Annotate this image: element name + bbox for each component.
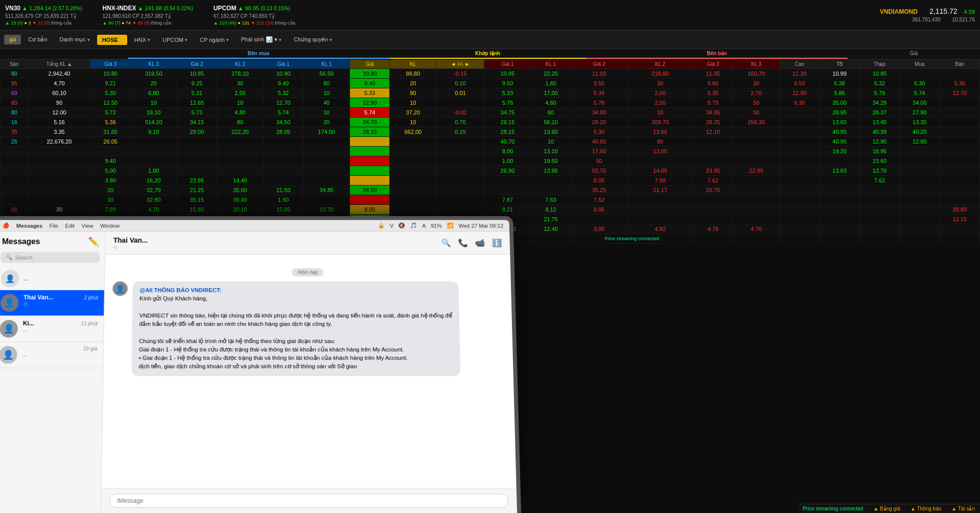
bubble-line1: @All THÔNG BÁO VNDIRECT:	[139, 286, 452, 294]
conversation-item-1[interactable]: 👤 Thai Van... 2 phút ◇	[0, 290, 104, 316]
chat-actions: 🔍 📞 📹 ℹ️	[441, 238, 502, 247]
gia-header: Giá	[848, 49, 980, 59]
th-thap: Thấp	[859, 60, 899, 69]
edit-menu[interactable]: Edit	[65, 223, 75, 228]
ticker-upcom: UPCOM ▲ 90.95 (0.13 0.15%) 67,182,627 CP…	[214, 4, 295, 26]
input-a-icon: A	[422, 223, 426, 228]
upcom-line3: ▲ 210 (46) ● 131 ▼ 121 (10) Đóng cửa	[214, 20, 295, 27]
vn30-arrow: ▲	[22, 5, 29, 11]
ben-ban-header: Bên bán	[586, 49, 848, 59]
call-icon[interactable]: 📞	[458, 238, 468, 247]
messages-menu[interactable]: Messages	[16, 223, 42, 228]
ticker-hnx: HNX-INDEX ▲ 241.68 (0.54 0.22%) 121,980,…	[102, 4, 193, 26]
table-row: 16 5.16 5.36 514,20 34.15 80 34.50 20 34…	[1, 118, 980, 127]
table-row: 10 32,80 35.15 39,40 1,60 7.87 7.63 7.52	[1, 195, 980, 205]
new-message-row[interactable]: 👤 ...	[0, 267, 105, 290]
macos-bar-left: 🍎 Messages File Edit View Window	[3, 222, 120, 228]
th-cao: Cao	[779, 60, 819, 69]
date-pill: Hôm nay	[292, 268, 324, 276]
bubble-line9: • Giai đoạn 1 - Hệ thống tra cứu được tr…	[139, 354, 453, 363]
th-change: ◄ +/- ►	[436, 60, 484, 69]
tai-san-status: ▲ Tài sản	[951, 506, 975, 511]
ben-mua-header: Bên mua	[128, 49, 389, 59]
nav-danh-muc-btn[interactable]: Danh mục	[55, 34, 95, 45]
table-row: 69 60,10 5.30 6,80 5.31 2,50 5.32 10 5.3…	[1, 88, 980, 98]
conv-time-1: 2 phút	[84, 295, 98, 300]
th-kl3-buy: KL 3	[130, 60, 177, 69]
table-row: 8,00 13.10 17,00 13.05 19.20 18.95	[1, 147, 980, 156]
th-kl1-buy: KL 1	[304, 60, 350, 69]
search-bar[interactable]: 🔍 Search	[1, 252, 100, 263]
vn30-label: VN30	[5, 5, 20, 12]
conversation-item-3[interactable]: 👤 19 giờ ...	[0, 342, 103, 368]
ticker-vn30: VN30 ▲ 1,284.14 (2.57 0.20%) 511,326,679…	[5, 4, 82, 26]
th-kl2-sell: KL 2	[627, 60, 693, 69]
table-row: 26 22,676,20 26.05 40.70 10 40.80 80	[1, 137, 980, 147]
compose-icon[interactable]: ✏️	[88, 237, 99, 247]
th-mua: Mua	[900, 60, 940, 69]
info-icon[interactable]: ℹ️	[492, 238, 502, 247]
nav-cp-nganh-btn[interactable]: CP ngành	[195, 35, 234, 45]
upcom-label: UPCOM	[214, 5, 237, 12]
conversation-item-2[interactable]: 👤 Ki... 13 phút ...	[0, 316, 104, 342]
nav-upcom-btn[interactable]: UPCOM	[157, 35, 193, 45]
bubble-line5: đảm bảo tuyệt đối về an toàn an ninh cho…	[139, 320, 452, 329]
conversation-list: 👤 Thai Van... 2 phút ◇ 👤	[0, 290, 104, 513]
window-menu[interactable]: Window	[100, 223, 120, 228]
view-menu[interactable]: View	[81, 223, 93, 228]
bubble-line4: VNDIRECT xin thông báo, hiện tại chúng t…	[139, 312, 452, 320]
chat-header: Thai Van... ◇ 🔍 📞 📹 ℹ️	[105, 231, 510, 254]
nav-bar: giá Cơ bản Danh mục HOSE HNX UPCOM CP ng…	[0, 31, 980, 49]
file-menu[interactable]: File	[50, 223, 58, 228]
table-row: 80 12.00 5.72 19,10 5.73 4,80 5.74 10 5.…	[1, 108, 980, 118]
nav-phai-sinh-btn[interactable]: Phái sinh 📊 ▾	[236, 34, 287, 45]
search-chat-icon[interactable]: 🔍	[441, 238, 451, 247]
nav-hose-btn[interactable]: HOSE	[97, 35, 127, 45]
price-streaming-status: Price streaming connected	[803, 506, 863, 511]
status-bar: Price streaming connected ▲ Bảng giá ▲ T…	[798, 504, 980, 513]
video-icon[interactable]: 📹	[475, 238, 485, 247]
sidebar-header: Messages ✏️	[0, 231, 105, 250]
th-ban: Bán	[940, 60, 980, 69]
message-bubble: @All THÔNG BÁO VNDIRECT: Kính gửi Quý Kh…	[131, 282, 460, 376]
messages-sidebar: Messages ✏️ 🔍 Search 👤 ... 👤	[0, 231, 106, 513]
person-icon: 👤	[1, 270, 19, 287]
msg-content-3: 19 giờ ...	[22, 346, 97, 357]
apple-icon: 🍎	[3, 222, 10, 228]
nav-co-ban-btn[interactable]: Cơ bản	[23, 34, 52, 45]
th-kl-match: KL	[390, 60, 436, 69]
lock-icon: 🔒	[378, 222, 385, 228]
message-input[interactable]	[109, 494, 509, 508]
nav-hnx-btn[interactable]: HNX	[129, 35, 155, 45]
nav-gia-btn[interactable]: giá	[4, 35, 21, 44]
chat-body: Hôm nay 👤 @All THÔNG BÁO VNDIRECT: Kính …	[102, 254, 517, 488]
nav-chung-quyen-btn[interactable]: Chứng quyền	[289, 34, 337, 45]
hnx-change: (0.54	[164, 6, 175, 11]
vndiamond-price: 2,115.72	[929, 7, 958, 15]
khop-lenh-header: Khớp lệnh	[389, 49, 586, 59]
vndiamond-line2: 361,791,430	[912, 17, 941, 22]
date-divider: Hôm nay	[113, 267, 503, 276]
messages-title: Messages	[2, 237, 40, 246]
mute-icon: 🔇	[399, 222, 406, 228]
table-row: 5.00 1,00 26,90 13.95 55,70 14.05 23.95 …	[1, 166, 980, 176]
table-row: 9.40 1,00 19.50 50	[1, 156, 980, 166]
avatar-2: 👤	[0, 320, 18, 338]
chat-main: Thai Van... ◇ 🔍 📞 📹 ℹ️ Hôm nay	[101, 231, 517, 513]
conv-name-2: Ki...	[23, 320, 34, 327]
bubble-line8: Giai đoạn 1 - Hệ thống tra cứu được trạn…	[139, 345, 453, 354]
upcom-change: (0.13	[261, 6, 272, 11]
battery-level: 91%	[431, 223, 442, 228]
ticker-vndiamond: VNDIAMOND 2,115.72 4.59 361,791,430 10,5…	[880, 7, 975, 24]
avatar-3: 👤	[0, 346, 17, 364]
vndiamond-line3: 10,521.76	[952, 17, 975, 22]
vn30-price: 1,284.14	[29, 5, 51, 11]
vndiamond-label: VNDIAMOND	[880, 8, 918, 15]
bubble-line2: Kính gửi Quý Khách hàng,	[139, 295, 452, 303]
hnx-pct: 0.22%)	[177, 6, 193, 11]
conv-time-2: 13 phút	[81, 321, 98, 327]
laptop-overlay: 🍎 Messages File Edit View Window 🔒 V 🔇 🎵…	[0, 216, 521, 513]
ticker-bar: VN30 ▲ 1,284.14 (2.57 0.20%) 511,326,679…	[0, 0, 980, 31]
hnx-line3: ▲ 90 (7) ● 74 ▼ 85 (3) Đóng cửa	[102, 20, 193, 27]
chat-title: Thai Van...	[113, 237, 148, 244]
